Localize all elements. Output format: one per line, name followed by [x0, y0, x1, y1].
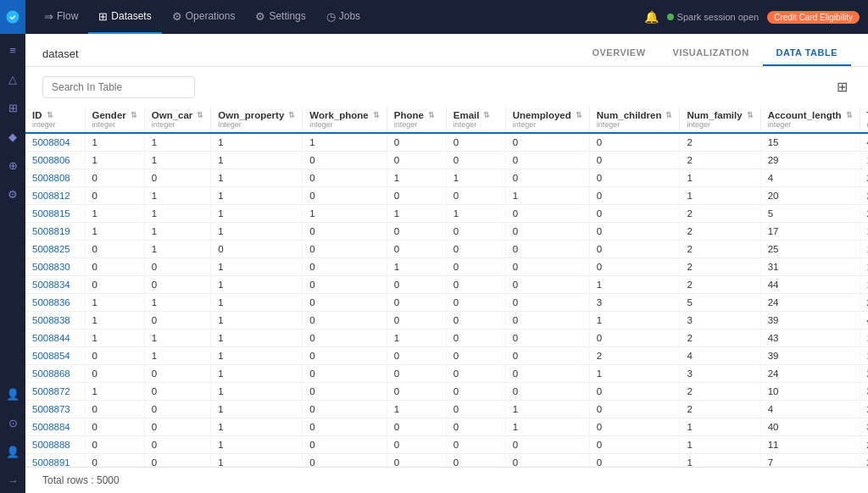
table-cell: 29 — [760, 152, 860, 169]
sub-header: dataset OVERVIEW VISUALIZATION DATA TABL… — [25, 34, 868, 67]
col-header-gender[interactable]: Gender ⇅ integer — [85, 107, 144, 133]
col-header-own_property[interactable]: Own_property ⇅ integer — [211, 107, 303, 133]
top-nav: ⇒ Flow ⊞ Datasets ⚙ Operations ⚙ Setting… — [25, 0, 868, 34]
nav-flow[interactable]: ⇒ Flow — [34, 0, 88, 34]
sidebar-icon-arrow[interactable]: → — [0, 468, 25, 493]
sort-icon[interactable]: ⇅ — [131, 111, 137, 119]
sort-icon[interactable]: ⇅ — [576, 111, 582, 119]
nav-datasets[interactable]: ⊞ Datasets — [88, 0, 161, 34]
tab-overview[interactable]: OVERVIEW — [578, 41, 659, 66]
total-rows-label: Total rows : 5000 — [42, 474, 120, 486]
sidebar-icon-diamond[interactable]: ◆ — [0, 124, 25, 149]
table-cell: 1 — [85, 223, 144, 241]
table-cell: 1 — [144, 152, 211, 169]
table-cell: 2 — [680, 276, 760, 294]
search-input[interactable] — [42, 76, 195, 98]
sort-icon[interactable]: ⇅ — [47, 111, 53, 119]
sort-icon[interactable]: ⇅ — [373, 111, 380, 119]
table-row: 50088361110000352427000034.74 — [25, 294, 868, 312]
col-header-email[interactable]: Email ⇅ integer — [446, 107, 505, 133]
col-header-unemployed[interactable]: Unemployed ⇅ integer — [505, 107, 589, 133]
nav-operations[interactable]: ⚙ Operations — [162, 0, 246, 34]
table-cell: 0 — [85, 436, 144, 454]
table-cell: 0 — [446, 152, 505, 169]
sort-icon[interactable]: ⇅ — [483, 111, 490, 119]
table-cell: 1 — [144, 347, 211, 365]
tab-visualization[interactable]: VISUALIZATION — [659, 41, 763, 66]
col-header-work_phone[interactable]: Work_phone ⇅ integer — [303, 107, 387, 133]
table-cell: 112500 — [860, 276, 868, 294]
tab-data-table[interactable]: DATA TABLE — [763, 41, 851, 66]
table-cell: 1 — [505, 418, 589, 436]
grid-view-button[interactable]: ⊞ — [833, 75, 851, 98]
table-cell: 1 — [505, 187, 589, 205]
table-cell: 135000 — [860, 347, 868, 365]
sidebar-icon-profile[interactable]: 👤 — [0, 439, 25, 464]
table-row: 5008815111111002527000046.19 — [25, 205, 868, 223]
table-cell: 1 — [144, 205, 211, 223]
table-cell: 5008872 — [25, 383, 85, 401]
table-cell: 0 — [144, 312, 211, 330]
table-cell: 1 — [211, 169, 303, 187]
table-cell: 1 — [505, 401, 589, 418]
col-header-phone[interactable]: Phone ⇅ integer — [387, 107, 446, 133]
col-header-own_car[interactable]: Own_car ⇅ integer — [144, 107, 211, 133]
sidebar-icon-menu[interactable]: ≡ — [0, 37, 25, 63]
table-cell: 1 — [387, 205, 446, 223]
sort-icon[interactable]: ⇅ — [665, 111, 672, 119]
table-cell: 427500 — [860, 133, 868, 152]
table-cell: 0 — [505, 276, 589, 294]
table-cell: 0 — [505, 383, 589, 401]
col-header-id[interactable]: ID ⇅ integer — [25, 107, 85, 133]
sidebar-icon-grid[interactable]: ⊞ — [0, 95, 25, 120]
table-cell: 4 — [760, 401, 860, 418]
table-cell: 0 — [505, 436, 589, 454]
sidebar-icon-add[interactable]: ⊕ — [0, 152, 25, 178]
table-cell: 5008812 — [25, 187, 85, 205]
sort-icon[interactable]: ⇅ — [428, 111, 435, 119]
sidebar-icon-home[interactable]: △ — [0, 66, 25, 91]
table-cell: 0 — [446, 454, 505, 468]
table-cell: 0 — [589, 418, 680, 436]
col-header-total_income[interactable]: Total_income ⇅ double — [860, 107, 868, 133]
sidebar-icon-circle[interactable]: ⊙ — [0, 410, 25, 435]
table-cell: 0 — [144, 401, 211, 418]
table-cell: 0 — [505, 152, 589, 169]
table-cell: 1 — [144, 330, 211, 347]
table-cell: 20 — [760, 187, 860, 205]
table-cell: 24 — [760, 365, 860, 383]
table-cell: 0 — [387, 454, 446, 468]
table-cell: 0 — [85, 401, 144, 418]
table-row: 50088721010000021036000045.64 — [25, 383, 868, 401]
table-cell: 21 — [860, 401, 868, 418]
table-cell: 0 — [505, 312, 589, 330]
table-cell: 0 — [387, 347, 446, 365]
table-cell: 3 — [680, 312, 760, 330]
sort-icon[interactable]: ⇅ — [197, 111, 203, 119]
nav-settings[interactable]: ⚙ Settings — [245, 0, 315, 34]
col-header-account_length[interactable]: Account_length ⇅ integer — [760, 107, 860, 133]
app-logo[interactable] — [0, 0, 25, 34]
sidebar-icon-user[interactable]: 👤 — [0, 381, 25, 407]
sort-icon[interactable]: ⇅ — [747, 111, 754, 119]
table-header: ID ⇅ integer Gender ⇅ integer Own_car ⇅ … — [25, 107, 868, 133]
table-cell: 0 — [387, 294, 446, 312]
table-cell: 1 — [144, 223, 211, 241]
bell-icon[interactable]: 🔔 — [644, 10, 659, 24]
nav-jobs[interactable]: ◷ Jobs — [316, 0, 370, 34]
table-cell: 0 — [505, 223, 589, 241]
table-cell: 0 — [144, 454, 211, 468]
sidebar-icon-settings[interactable]: ⚙ — [0, 181, 25, 207]
jobs-icon: ◷ — [326, 10, 336, 23]
sort-icon[interactable]: ⇅ — [288, 111, 295, 119]
table-cell: 1 — [211, 205, 303, 223]
data-table-container[interactable]: ID ⇅ integer Gender ⇅ integer Own_car ⇅ … — [25, 107, 868, 467]
col-header-num_children[interactable]: Num_children ⇅ integer — [589, 107, 680, 133]
table-cell: 5008888 — [25, 436, 85, 454]
table-cell: 0 — [303, 294, 387, 312]
col-header-num_family[interactable]: Num_family ⇅ integer — [680, 107, 760, 133]
sort-icon[interactable]: ⇅ — [846, 111, 853, 119]
table-cell: 1 — [589, 276, 680, 294]
main-content: ⇒ Flow ⊞ Datasets ⚙ Operations ⚙ Setting… — [25, 0, 868, 493]
table-row: 50088441110100024311250056.13 — [25, 330, 868, 347]
